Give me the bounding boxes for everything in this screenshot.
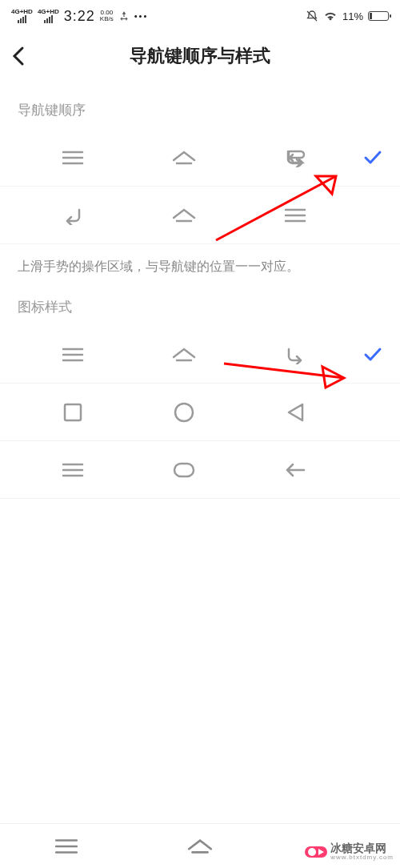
- triangle-back-icon: [239, 401, 350, 424]
- home-icon: [129, 345, 240, 364]
- style-row-0[interactable]: [0, 326, 400, 384]
- back-icon: [18, 206, 129, 225]
- menu-icon: [18, 345, 129, 364]
- menu-icon: [18, 148, 129, 167]
- status-bar: 4G+HD 4G+HD 3:22 0.00KB/s ••• 11%: [0, 0, 400, 32]
- watermark: 冰糖安卓网 www.btxtdmy.com: [305, 842, 394, 862]
- section-label-order: 导航键顺序: [0, 80, 400, 129]
- style-row-2[interactable]: [0, 441, 400, 499]
- back-icon: [239, 345, 350, 364]
- section-label-style: 图标样式: [0, 277, 400, 326]
- status-left: 4G+HD 4G+HD 3:22 0.00KB/s •••: [11, 8, 148, 25]
- wifi-icon: [323, 10, 338, 22]
- nav-menu-button[interactable]: [0, 837, 134, 856]
- watermark-url: www.btxtdmy.com: [330, 854, 394, 862]
- signal-2: 4G+HD: [38, 9, 59, 23]
- svg-rect-2: [174, 464, 194, 476]
- page-header: 导航键顺序与样式: [0, 32, 400, 80]
- menu-icon: [18, 461, 129, 479]
- battery-icon: [368, 11, 389, 21]
- back-icon: [239, 148, 350, 167]
- home-icon: [129, 206, 240, 225]
- home-icon: [129, 148, 240, 167]
- style-row-1[interactable]: [0, 384, 400, 441]
- order-row-0[interactable]: [0, 129, 400, 187]
- svg-point-1: [175, 404, 193, 421]
- svg-rect-0: [65, 404, 81, 420]
- check-icon: [350, 347, 382, 363]
- status-right: 11%: [306, 10, 389, 22]
- order-hint: 上滑手势的操作区域，与导航键的位置一一对应。: [0, 244, 400, 277]
- square-icon: [18, 401, 129, 424]
- nav-home-button[interactable]: [134, 837, 267, 856]
- check-icon: [350, 150, 382, 166]
- hotspot-icon: [118, 10, 130, 22]
- battery-pct: 11%: [342, 10, 363, 22]
- arrow-left-icon: [239, 461, 350, 479]
- clock: 3:22: [64, 8, 95, 25]
- more-icon: •••: [134, 11, 149, 21]
- back-button[interactable]: [11, 45, 26, 67]
- dnd-icon: [306, 10, 318, 22]
- watermark-text: 冰糖安卓网: [330, 842, 394, 854]
- page-title: 导航键顺序与样式: [130, 44, 270, 68]
- net-speed: 0.00KB/s: [100, 10, 114, 22]
- circle-icon: [129, 401, 240, 424]
- order-row-1[interactable]: [0, 187, 400, 244]
- pill-icon: [129, 461, 240, 479]
- watermark-badge-icon: [305, 846, 327, 858]
- signal-1: 4G+HD: [11, 9, 33, 23]
- menu-icon: [239, 206, 350, 225]
